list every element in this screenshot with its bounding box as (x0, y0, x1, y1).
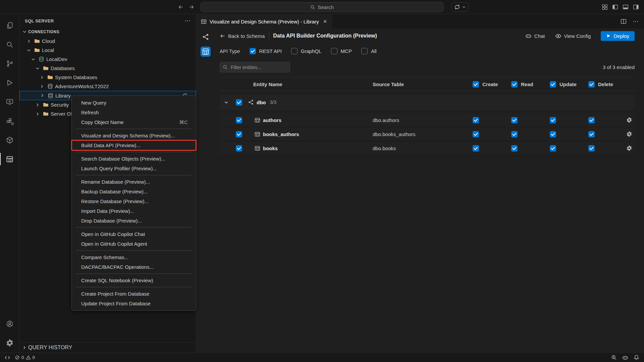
section-connections[interactable]: CONNECTIONS (19, 27, 196, 37)
tree-item-adventureworks[interactable]: AdventureWorksLT2022 (19, 82, 196, 91)
sessions-button[interactable] (451, 2, 469, 12)
nav-forward-button[interactable] (188, 3, 195, 11)
tree-item-system-databases[interactable]: System Databases (19, 73, 196, 82)
group-checkbox[interactable] (236, 99, 242, 106)
entity-settings-gear-icon[interactable] (626, 145, 632, 151)
activity-settings[interactable] (0, 333, 19, 352)
schema-designer-rail-button[interactable] (201, 32, 211, 42)
back-to-schema-button[interactable]: Back to Schema (220, 33, 265, 39)
chevron-down-icon[interactable] (34, 66, 41, 71)
toggle-primary-sidebar-icon[interactable] (612, 4, 619, 10)
tab-close-button[interactable]: × (323, 18, 327, 24)
activity-database-projects[interactable] (0, 130, 19, 149)
rest-api-checkbox[interactable] (250, 48, 256, 54)
create-checkbox[interactable] (473, 117, 479, 123)
menu-item-refresh[interactable]: Refresh (72, 108, 196, 117)
toggle-panel-icon[interactable] (622, 4, 629, 10)
copilot-icon[interactable] (622, 355, 628, 361)
menu-item-visualize-design-schema[interactable]: Visualize and Design Schema (Preview)... (72, 131, 196, 140)
row-checkbox[interactable] (236, 131, 242, 137)
mcp-checkbox[interactable] (331, 48, 337, 54)
entity-settings-gear-icon[interactable] (626, 131, 632, 137)
activity-schema-designer[interactable] (0, 149, 19, 169)
chevron-right-icon[interactable] (39, 93, 46, 98)
update-checkbox[interactable] (550, 145, 556, 152)
activity-extensions[interactable] (0, 111, 19, 130)
customize-layout-icon[interactable] (601, 4, 608, 10)
option-all[interactable]: All (361, 48, 377, 54)
menu-item-create-sql-notebook[interactable]: Create SQL Notebook (Preview) (72, 276, 196, 285)
deploy-button[interactable]: Deploy (601, 31, 635, 41)
menu-item-open-copilot-agent[interactable]: Open in GitHub Copilot Agent (72, 239, 196, 249)
tree-item-databases[interactable]: Databases (19, 64, 196, 73)
menu-item-restore-database[interactable]: Restore Database (Preview)... (72, 196, 196, 206)
section-query-history[interactable]: QUERY HISTORY (19, 342, 196, 352)
all-checkbox[interactable] (361, 48, 368, 54)
chevron-right-icon[interactable] (34, 102, 41, 108)
update-all-checkbox[interactable] (550, 81, 556, 87)
chevron-right-icon[interactable] (34, 111, 41, 117)
menu-item-compare-schemas[interactable]: Compare Schemas... (72, 252, 196, 262)
update-checkbox[interactable] (550, 117, 556, 123)
nav-back-button[interactable] (177, 3, 184, 11)
chevron-down-icon[interactable] (220, 100, 232, 105)
delete-all-checkbox[interactable] (588, 81, 595, 87)
option-mcp[interactable]: MCP (331, 48, 352, 54)
menu-item-dacpac-bacpac[interactable]: DACPAC/BACPAC Operations... (72, 262, 196, 272)
graphql-checkbox[interactable] (291, 48, 298, 54)
tree-item-local[interactable]: Local (19, 46, 196, 55)
command-center-search[interactable]: Search (201, 2, 443, 12)
row-checkbox[interactable] (236, 145, 242, 152)
more-actions-icon[interactable]: ⋯ (633, 18, 639, 24)
problems-indicator[interactable]: 0 0 (15, 355, 35, 360)
split-editor-icon[interactable] (621, 18, 627, 24)
activity-accounts[interactable] (0, 314, 19, 333)
chevron-down-icon[interactable] (25, 48, 32, 53)
chevron-right-icon[interactable] (25, 39, 32, 44)
toggle-secondary-sidebar-icon[interactable] (633, 4, 639, 10)
menu-item-new-query[interactable]: New Query (72, 98, 196, 108)
update-checkbox[interactable] (550, 131, 556, 137)
activity-sql-server[interactable] (0, 92, 19, 111)
data-api-builder-rail-button[interactable] (201, 47, 211, 57)
menu-item-search-database-objects[interactable]: Search Database Objects (Preview)... (72, 154, 196, 164)
activity-run-debug[interactable] (0, 73, 19, 92)
delete-checkbox[interactable] (588, 117, 595, 123)
create-checkbox[interactable] (473, 131, 479, 137)
tree-item-cloud[interactable]: Cloud (19, 37, 196, 46)
menu-item-create-project-from-database[interactable]: Create Project From Database (72, 289, 196, 299)
create-checkbox[interactable] (473, 145, 479, 152)
delete-checkbox[interactable] (588, 131, 595, 137)
chevron-right-icon[interactable] (39, 75, 45, 80)
menu-item-drop-database[interactable]: Drop Database (Preview)... (72, 216, 196, 226)
bell-icon[interactable] (634, 355, 639, 360)
activity-search[interactable] (0, 35, 19, 54)
read-checkbox[interactable] (511, 145, 518, 152)
menu-item-open-copilot-chat[interactable]: Open in GitHub Copilot Chat (72, 229, 196, 239)
menu-item-update-project-from-database[interactable]: Update Project From Database (72, 299, 196, 308)
zoom-icon[interactable] (611, 355, 617, 360)
read-all-checkbox[interactable] (511, 81, 518, 87)
activity-source-control[interactable] (0, 54, 19, 73)
option-rest-api[interactable]: REST API (250, 48, 282, 54)
row-checkbox[interactable] (236, 117, 242, 123)
read-checkbox[interactable] (511, 117, 518, 123)
remote-indicator[interactable] (5, 355, 10, 360)
menu-item-rename-database[interactable]: Rename Database (Preview)... (72, 177, 196, 187)
chevron-right-icon[interactable] (39, 84, 45, 89)
option-graphql[interactable]: GraphQL (291, 48, 322, 54)
read-checkbox[interactable] (511, 131, 518, 137)
create-all-checkbox[interactable] (473, 81, 479, 87)
chat-button[interactable]: Chat (525, 33, 545, 39)
filter-entities-input[interactable] (220, 62, 290, 72)
view-config-button[interactable]: View Config (555, 33, 591, 39)
menu-item-backup-database[interactable]: Backup Database (Preview)... (72, 187, 196, 196)
tab-visualize-design-schema[interactable]: Visualize and Design Schema (Preview) - … (196, 14, 332, 28)
delete-checkbox[interactable] (588, 145, 595, 152)
activity-files[interactable] (0, 16, 19, 35)
menu-item-copy-object-name[interactable]: Copy Object Name⌘C (72, 117, 196, 127)
menu-item-launch-query-profiler[interactable]: Launch Query Profiler (Preview)... (72, 164, 196, 173)
menu-item-build-data-api[interactable]: Build Data API (Preview)... (72, 140, 196, 150)
chevron-down-icon[interactable] (30, 57, 37, 62)
tree-item-localdev[interactable]: LocalDev (19, 55, 196, 64)
